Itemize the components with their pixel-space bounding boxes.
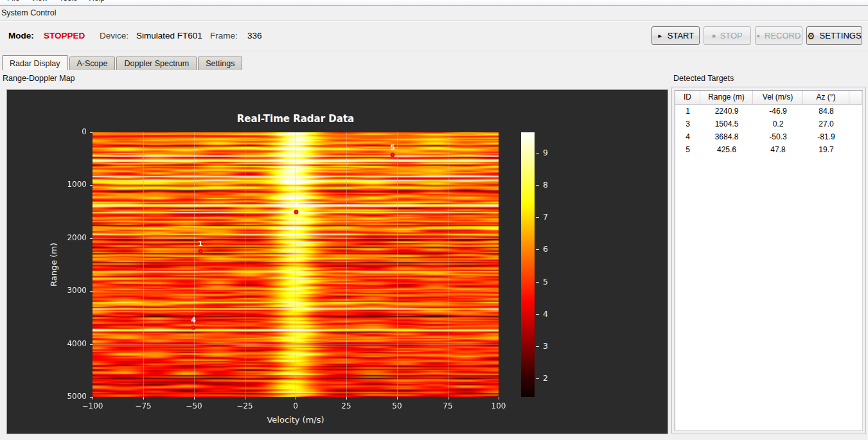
colorbar-tick-label: 4 <box>543 309 548 319</box>
column-header-vel[interactable]: Vel (m/s) <box>753 91 803 105</box>
table-cell: -46.9 <box>753 105 803 118</box>
y-tick-label: 1000 <box>44 180 87 189</box>
table-cell: 3684.8 <box>700 130 753 143</box>
x-tick-mark <box>194 397 195 400</box>
table-cell: 4 <box>675 130 700 143</box>
system-control-group-title: System Control <box>1 8 56 17</box>
y-tick-label: 3000 <box>44 286 87 295</box>
table-cell: 19.7 <box>803 143 849 156</box>
stop-button[interactable]: ■STOP <box>704 26 751 45</box>
table-header-row: IDRange (m)Vel (m/s)Az (°) <box>675 91 862 105</box>
x-tick-label: −75 <box>124 401 163 410</box>
detected-targets-label: Detected Targets <box>673 74 734 83</box>
table-cell <box>849 143 862 156</box>
x-tick-mark <box>93 397 93 400</box>
stop-icon: ■ <box>712 33 715 39</box>
stop-button-label: STOP <box>720 31 743 40</box>
x-tick-label: −25 <box>226 401 264 410</box>
y-tick-mark <box>90 291 93 292</box>
colorbar-tick-mark <box>536 378 539 379</box>
table-row[interactable]: 5425.647.819.7 <box>675 143 862 156</box>
y-tick-mark <box>90 132 93 133</box>
menu-file[interactable]: File <box>1 0 25 4</box>
record-icon: ● <box>757 33 760 39</box>
table-cell: 3 <box>675 118 700 130</box>
settings-button-label: SETTINGS <box>820 31 862 40</box>
table-row[interactable]: 12240.9-46.984.8 <box>675 105 862 118</box>
table-cell: 47.8 <box>753 143 803 156</box>
y-tick-label: 4000 <box>44 339 87 348</box>
tab-doppler-spectrum[interactable]: Doppler Spectrum <box>116 57 197 70</box>
x-tick-mark <box>448 397 448 400</box>
menu-tools[interactable]: Tools <box>53 0 83 4</box>
y-axis-label: Range (m) <box>49 243 58 286</box>
column-header-id[interactable]: ID <box>675 91 700 105</box>
column-header-range[interactable]: Range (m) <box>700 91 753 105</box>
x-tick-label: 0 <box>276 401 315 410</box>
y-tick-label: 2000 <box>44 233 87 242</box>
table-row[interactable]: 43684.8-50.3-81.9 <box>675 130 862 143</box>
menu-items: FileViewToolsHelp <box>1 0 111 4</box>
menu-help[interactable]: Help <box>83 0 111 4</box>
colorbar-tick-mark <box>536 153 539 154</box>
range-doppler-heatmap <box>93 132 499 397</box>
colorbar-tick-label: 2 <box>543 373 548 383</box>
tab-a-scope[interactable]: A-Scope <box>69 57 116 70</box>
table-cell: 2240.9 <box>700 105 753 118</box>
y-tick-label: 0 <box>44 127 87 136</box>
table-cell: 1504.5 <box>700 118 753 130</box>
colorbar-tick-label: 8 <box>543 180 548 189</box>
range-doppler-chart-panel: Real-Time Radar Data 1345 Velocity (m/s)… <box>6 89 668 434</box>
table-cell: 0.2 <box>753 118 803 130</box>
colorbar-tick-mark <box>536 282 539 283</box>
column-header-az[interactable]: Az (°) <box>803 91 849 105</box>
record-button-label: RECORD <box>765 31 801 40</box>
colorbar-tick-label: 6 <box>543 244 548 254</box>
table-cell: 425.6 <box>700 143 753 156</box>
menu-view[interactable]: View <box>25 0 53 4</box>
tab-bar: Radar DisplayA-ScopeDoppler SpectrumSett… <box>2 55 244 70</box>
colorbar-tick-mark <box>536 346 539 347</box>
start-icon: ► <box>657 33 663 39</box>
colorbar-tick-label: 3 <box>543 341 548 351</box>
table-cell: -50.3 <box>753 130 803 143</box>
device-value: Simulated FT601 <box>136 30 202 42</box>
app-window: FileViewToolsHelp System Control Mode: S… <box>0 0 868 440</box>
menu-bar: FileViewToolsHelp <box>0 0 868 6</box>
x-tick-mark <box>245 397 245 400</box>
start-button-label: START <box>668 31 694 40</box>
detected-targets-table[interactable]: IDRange (m)Vel (m/s)Az (°) 12240.9-46.98… <box>675 90 863 431</box>
start-button[interactable]: ►START <box>651 26 700 45</box>
group-border-bottom <box>0 51 868 51</box>
mode-value: STOPPED <box>44 30 85 42</box>
colorbar-tick-mark <box>536 249 539 250</box>
x-tick-mark <box>296 397 296 400</box>
x-tick-label: 100 <box>479 401 518 410</box>
x-tick-mark <box>346 397 347 400</box>
table-row[interactable]: 31504.50.227.0 <box>675 118 862 130</box>
x-tick-label: −50 <box>175 401 213 410</box>
x-tick-mark <box>143 397 144 400</box>
table-cell: 84.8 <box>803 105 849 118</box>
y-tick-mark <box>90 397 93 398</box>
colorbar <box>521 132 535 397</box>
tab-radar-display[interactable]: Radar Display <box>2 55 68 70</box>
colorbar-tick-label: 5 <box>543 277 548 286</box>
colorbar-tick-mark <box>536 314 539 315</box>
table-cell: 5 <box>675 143 700 156</box>
y-tick-mark <box>90 238 93 239</box>
y-tick-mark <box>90 344 93 345</box>
settings-button[interactable]: ⚙SETTINGS <box>806 26 862 45</box>
y-tick-mark <box>90 185 93 186</box>
tab-settings[interactable]: Settings <box>198 57 242 70</box>
x-tick-mark <box>499 397 499 400</box>
x-tick-label: 25 <box>327 401 366 410</box>
frame-label: Frame: <box>210 30 238 42</box>
range-doppler-map-label: Range-Doppler Map <box>3 74 75 83</box>
group-border-top <box>0 21 868 21</box>
colorbar-tick-label: 7 <box>543 212 548 222</box>
table-cell: -81.9 <box>803 130 849 143</box>
record-button[interactable]: ●RECORD <box>755 26 802 45</box>
table-cell: 1 <box>675 105 700 118</box>
table-cell <box>849 118 862 130</box>
